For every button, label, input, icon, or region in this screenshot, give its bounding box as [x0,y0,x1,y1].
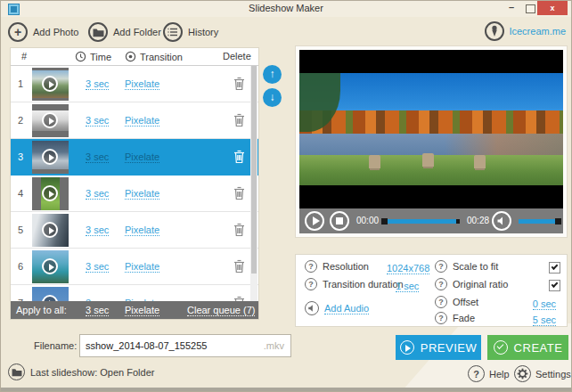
video-frame[interactable] [299,50,563,208]
time-link[interactable]: 3 sec [86,261,109,273]
time-link[interactable]: 3 sec [86,151,109,163]
move-up-button[interactable]: ↑ [263,65,282,84]
help-circle-icon[interactable]: ? [305,260,317,273]
delete-trash-icon[interactable] [233,77,246,92]
playback-controls: 00:00 00:28 [299,208,563,233]
add-audio-link[interactable]: Add Audio [324,303,369,314]
original-ratio-checkbox[interactable] [549,280,560,291]
slide-thumbnail-rock-cliff[interactable] [32,214,69,247]
help-circle-icon[interactable]: ? [435,260,447,273]
transition-link[interactable]: Pixelate [125,261,159,273]
play-button[interactable] [305,211,324,231]
time-link[interactable]: 3 sec [86,115,109,127]
queue-scrollbar[interactable] [250,66,257,303]
column-delete: Delete [223,51,251,61]
add-audio-setting: Add Audio [305,301,369,315]
maximize-button[interactable] [526,4,535,13]
queue-row-1[interactable]: 1 3 sec Pixelate [11,66,258,102]
slide-thumbnail-snowy-road[interactable] [32,141,69,174]
create-button[interactable]: CREATE [487,335,568,360]
volume-handle[interactable] [555,218,561,225]
seek-handle[interactable] [381,218,388,225]
slide-thumbnail-green-meadow[interactable] [32,177,69,210]
transition-link[interactable]: Pixelate [125,225,159,236]
transition-link[interactable]: Pixelate [125,115,159,127]
minimize-button[interactable]: – [503,3,519,15]
row-number: 3 [18,151,30,162]
transition-link[interactable]: Pixelate [125,78,159,90]
queue-row-3-selected[interactable]: 3 3 sec Pixelate [11,139,258,176]
offset-value-link[interactable]: 0 sec [533,298,556,310]
brand-link[interactable]: Icecream.me [485,21,566,41]
queue-row-7[interactable]: 7 3 sec Pixelate [11,285,258,303]
help-circle-icon[interactable]: ? [435,278,447,290]
delete-trash-icon[interactable] [233,113,246,128]
history-list-icon [163,22,183,42]
volume-bar[interactable] [519,219,561,224]
queue-rows: 1 3 sec Pixelate 2 3 sec Pixelate 3 3 se… [11,66,258,303]
checkmark-icon [552,281,559,288]
transition-link[interactable]: Pixelate [125,188,159,200]
delete-trash-icon[interactable] [233,223,246,238]
speaker-icon [496,216,507,226]
queue-row-4[interactable]: 4 3 sec Pixelate [11,176,258,212]
settings-label: Settings [535,369,571,380]
open-folder-link[interactable]: Last slideshow: Open Folder [8,363,154,380]
move-down-button[interactable]: ↓ [263,88,282,107]
video-still-autumn-pond [299,73,563,185]
stop-icon [336,217,343,225]
help-button[interactable]: ? Help [468,365,510,382]
help-label: Help [489,369,510,380]
delete-trash-icon[interactable] [233,186,246,201]
volume-button[interactable] [492,211,511,231]
resolution-value-link[interactable]: 1024x768 [387,263,429,274]
file-extension: .mkv [264,340,284,351]
close-button[interactable]: x [537,1,568,15]
apply-transition-link[interactable]: Pixelate [125,305,159,316]
time-link[interactable]: 3 sec [86,188,109,200]
slide-thumbnail-mountain-valley[interactable] [32,68,69,101]
queue-row-2[interactable]: 2 3 sec Pixelate [11,102,258,139]
transition-link[interactable]: Pixelate [125,151,159,163]
slide-thumbnail-winter-grayscale[interactable] [32,104,69,137]
apply-to-all-label: Apply to all: [16,305,67,315]
time-link[interactable]: 3 sec [86,78,109,90]
stop-button[interactable] [330,211,349,231]
help-circle-icon[interactable]: ? [435,312,447,324]
title-bar: Slideshow Maker – x [1,1,571,17]
fade-value-link[interactable]: 5 sec [533,314,556,326]
add-photo-button[interactable]: + Add Photo [8,21,78,43]
transition-duration-setting: ? Transition duration [305,278,404,290]
apply-time-link[interactable]: 3 sec [86,305,109,316]
original-ratio-label: Original ratio [453,279,508,290]
scale-to-fit-checkbox[interactable] [549,262,560,274]
help-circle-icon[interactable]: ? [435,296,447,308]
preview-button[interactable]: PREVIEW [396,335,481,360]
play-overlay-icon [42,76,58,92]
delete-trash-icon[interactable] [233,150,246,165]
queue-row-5[interactable]: 5 3 sec Pixelate [11,212,258,249]
scrollbar-thumb[interactable] [251,66,257,274]
queue-header: # Time Transition Delete [11,48,258,66]
seek-bar[interactable] [381,219,460,224]
help-circle-icon[interactable]: ? [305,278,317,290]
transition-duration-value-link[interactable]: 1 sec [396,281,419,292]
add-folder-label: Add Folder [113,27,161,37]
slide-thumbnail-turquoise-lake[interactable] [32,250,69,283]
window-bottom-edge [1,388,571,391]
delete-trash-icon[interactable] [233,259,246,274]
history-button[interactable]: History [163,21,218,43]
settings-button[interactable]: Settings [514,365,571,382]
plus-icon: + [8,22,28,42]
row-number: 2 [18,115,30,126]
add-folder-button[interactable]: Add Folder [88,21,161,43]
play-overlay-icon [42,222,58,238]
filename-field-wrap: .mkv [79,334,291,357]
resolution-setting: ? Resolution [305,260,369,273]
clear-queue-link[interactable]: Clear queue (7) [187,305,255,316]
queue-row-6[interactable]: 6 3 sec Pixelate [11,249,258,285]
settings-panel: ? Resolution 1024x768 ? Transition durat… [295,254,568,327]
time-link[interactable]: 3 sec [86,225,109,236]
filename-input[interactable] [86,335,255,356]
video-preview-panel: 00:00 00:28 [295,45,568,238]
